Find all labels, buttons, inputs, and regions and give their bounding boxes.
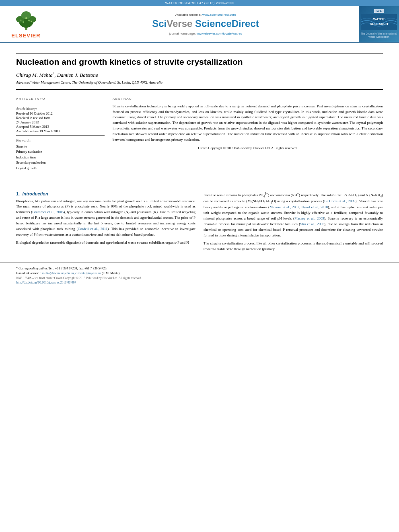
article-authors: Chirag M. Mehta*, Damien J. Batstone (16, 71, 383, 78)
svg-point-9 (31, 21, 32, 22)
sciverse-box: Available online at www.sciencedirect.co… (52, 6, 359, 42)
ref-cordell[interactable]: Cordell et al., 2011 (78, 227, 107, 231)
article-info-col: ARTICLE INFO Article history: Received 1… (16, 97, 105, 177)
article-info-abstract: ARTICLE INFO Article history: Received 1… (0, 93, 399, 181)
keywords-label: Keywords: (16, 138, 105, 142)
top-divider (16, 53, 383, 53)
svg-text:RESEARCH: RESEARCH (370, 22, 388, 26)
svg-point-5 (23, 21, 24, 23)
article-affiliation: Advanced Water Management Centre, The Un… (16, 80, 383, 84)
doi-note: http://dx.doi.org/10.1016/j.watres.2013.… (16, 280, 383, 285)
introduction-heading: 1. Introduction (16, 191, 195, 196)
email-name: (C.M. Mehta). (102, 271, 120, 275)
left-content-col: 1. Introduction Phosphorus, like potassi… (16, 191, 195, 255)
water-research-subtitle: The Journal of the InternationalWater As… (361, 32, 397, 39)
article-info-header: ARTICLE INFO (16, 97, 105, 101)
journal-top-bar: WATER RESEARCH 47 (2013) 2890–2900 (0, 0, 399, 6)
elsevier-tree-icon (12, 9, 40, 31)
section-divider (16, 184, 383, 184)
footnote-area: * Corresponding author. Tel.: +61 7 334 … (0, 263, 399, 288)
article-section: Nucleation and growth kinetics of struvi… (0, 43, 399, 90)
elsevier-logo-box: ELSEVIER (0, 6, 52, 42)
received-revised-label: Received in revised form (16, 116, 105, 120)
journal-header: ELSEVIER Available online at www.science… (0, 6, 399, 43)
sciverse-url-link[interactable]: www.sciencedirect.com (202, 13, 236, 16)
iwa-badge: IWA (374, 9, 384, 13)
elsevier-label: ELSEVIER (11, 33, 40, 39)
ref-massey[interactable]: Massey et al., 2009 (294, 216, 324, 220)
journal-homepage: journal homepage: www.elsevier.com/locat… (169, 32, 242, 35)
ref-brummer[interactable]: Brummer et al., 2005 (32, 210, 64, 214)
svg-point-7 (25, 17, 27, 19)
svg-point-6 (28, 20, 30, 21)
ref-mavinic[interactable]: Mavinic et al., 2007 (269, 205, 299, 209)
available-online-text: Available online at www.sciencedirect.co… (175, 13, 236, 16)
corresponding-label: * Corresponding author. Tel.: +61 7 334 … (16, 267, 107, 270)
journal-citation: WATER RESEARCH 47 (2013) 2890–2900 (165, 1, 234, 5)
sciverse-brand: SciVerse ScienceDirect (152, 18, 259, 29)
abstract-text: Struvite crystallization technology is b… (113, 104, 383, 143)
available-online-date: Available online 19 March 2013 (16, 129, 105, 133)
keyword-struvite: Struvite (16, 144, 105, 150)
ref-shu[interactable]: Shu et al., 2006 (300, 222, 324, 226)
keyword-primary-nucleation: Primary nucleation (16, 149, 105, 155)
abstract-header: ABSTRACT (113, 97, 383, 101)
journal-homepage-link[interactable]: www.elsevier.com/locate/watres (197, 32, 242, 35)
history-label: Article history: (16, 107, 105, 111)
section-title-introduction: Introduction (23, 191, 48, 196)
author-mehta: Chirag M. Mehta*, Damien J. Batstone (16, 72, 98, 78)
keyword-crystal-growth: Crystal growth (16, 166, 105, 171)
info-divider-top (16, 104, 105, 104)
accepted-date: Accepted 5 March 2013 (16, 125, 105, 129)
right-content-col: from the waste streams to phosphate (PO4… (204, 191, 383, 255)
doi-link[interactable]: http://dx.doi.org/10.1016/j.watres.2013.… (16, 281, 76, 284)
info-divider-mid (16, 136, 105, 136)
keywords-list: Struvite Primary nucleation Induction ti… (16, 144, 105, 171)
svg-text:WATER: WATER (373, 17, 385, 21)
copyright-line: Crown Copyright © 2013 Published by Else… (113, 146, 383, 150)
section-number: 1. (16, 191, 20, 196)
info-divider-bottom (16, 174, 105, 174)
article-title: Nucleation and growth kinetics of struvi… (16, 57, 383, 67)
email-link-2[interactable]: c.mehta@uq.edu.au (75, 271, 101, 275)
authors-divider (16, 89, 383, 90)
intro-paragraph-right-2: The struvite crystallization process, li… (204, 241, 383, 252)
svg-point-8 (20, 20, 21, 21)
abstract-col: ABSTRACT Struvite crystallization techno… (113, 97, 383, 177)
email-note: E-mail addresses: c.mehta@awmc.uq.edu.au… (16, 271, 383, 276)
keyword-secondary-nucleation: Secondary nucleation (16, 160, 105, 166)
received-date-1: Received 16 October 2012 (16, 111, 105, 115)
water-research-logo: IWA WATER RESEARCH The Journal of the In… (359, 6, 399, 42)
received-revised-date: 24 January 2013 (16, 120, 105, 124)
email-link-1[interactable]: c.mehta@awmc.uq.edu.au (40, 271, 74, 275)
corresponding-author-note: * Corresponding author. Tel.: +61 7 334 … (16, 266, 383, 271)
main-content: 1. Introduction Phosphorus, like potassi… (0, 187, 399, 259)
ref-lecorre[interactable]: Le Corre et al., 2009 (324, 199, 356, 203)
keyword-induction-time: Induction time (16, 155, 105, 160)
issn-note: 0043-1354/$ – see front matter Crown Cop… (16, 276, 383, 280)
intro-paragraph-1: Phosphorus, like potassium and nitrogen,… (16, 199, 195, 238)
ref-uysol[interactable]: Uysol et al., 2010 (301, 205, 328, 209)
water-research-wave: WATER RESEARCH (361, 14, 397, 30)
intro-paragraph-right-1: from the waste streams to phosphate (PO4… (204, 191, 383, 238)
intro-paragraph-2: Biological degradation (anaerobic digest… (16, 240, 195, 246)
